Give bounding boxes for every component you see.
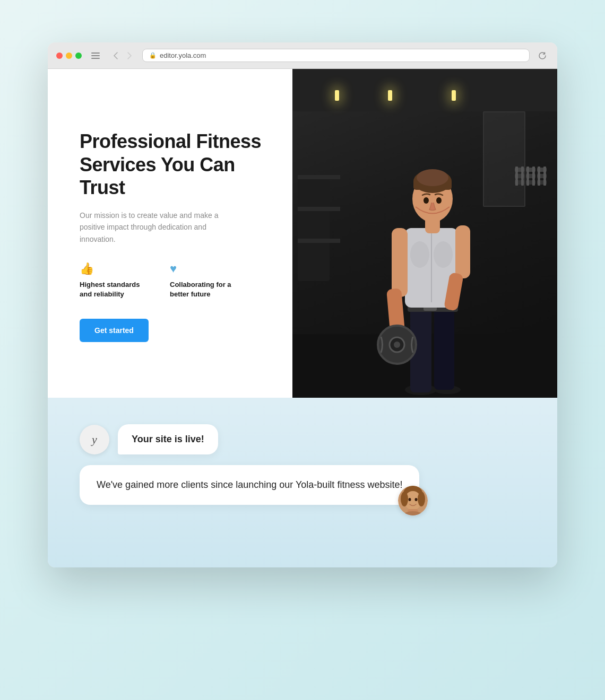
equipment-bar-2 <box>298 207 340 211</box>
equipment-bar <box>298 175 340 179</box>
svg-point-21 <box>417 169 448 186</box>
website-content: Professional Fitness Services You Can Tr… <box>48 69 557 398</box>
gym-light-3 <box>452 90 456 101</box>
url-text: editor.yola.com <box>160 51 206 59</box>
hero-right-panel <box>292 69 557 398</box>
testimonial-text: We've gained more clients since launchin… <box>97 479 402 490</box>
close-button[interactable] <box>56 52 63 59</box>
chat-section: y Your site is live! We've gained more c… <box>48 398 557 567</box>
minimize-button[interactable] <box>66 52 72 59</box>
svg-rect-15 <box>455 225 470 278</box>
athlete-figure <box>362 122 500 398</box>
dumbbell-7 <box>515 180 524 185</box>
chat-bubble-testimonial: We've gained more clients since launchin… <box>80 465 419 505</box>
svg-rect-0 <box>91 52 100 54</box>
lock-icon: 🔒 <box>149 52 157 59</box>
nav-buttons <box>109 50 136 61</box>
dumbbell-4 <box>515 174 524 178</box>
svg-point-23 <box>436 197 442 204</box>
gym-scene <box>292 69 557 398</box>
dumbbell-9 <box>537 180 547 185</box>
svg-point-12 <box>434 241 453 268</box>
dumbbell-5 <box>526 174 535 178</box>
svg-point-11 <box>410 241 429 268</box>
refresh-button[interactable] <box>536 49 549 62</box>
yola-avatar: y <box>80 425 109 454</box>
user-avatar-image <box>398 486 428 515</box>
thumbs-up-icon: 👍 <box>80 262 149 276</box>
feature-collaborating: ♥ Collaborating for a better future <box>170 262 239 299</box>
gym-ceiling <box>292 69 557 111</box>
get-started-button[interactable]: Get started <box>80 319 149 342</box>
dumbbell-6 <box>537 174 547 178</box>
svg-point-32 <box>418 492 425 506</box>
browser-window: 🔒 editor.yola.com Professional Fitness S… <box>48 42 557 567</box>
chat-row-yola: y Your site is live! <box>80 424 525 454</box>
feature-standards: 👍 Highest standards and reliability <box>80 262 149 299</box>
svg-point-31 <box>401 492 408 506</box>
svg-point-22 <box>424 197 429 204</box>
heart-icon: ♥ <box>170 262 239 276</box>
address-bar[interactable]: 🔒 editor.yola.com <box>142 49 530 62</box>
browser-chrome: 🔒 editor.yola.com <box>48 42 557 69</box>
svg-rect-1 <box>91 55 100 56</box>
features-list: 👍 Highest standards and reliability ♥ Co… <box>80 262 266 299</box>
forward-button[interactable] <box>123 50 136 61</box>
chat-bubble-live: Your site is live! <box>118 424 218 454</box>
feature-collaborating-text: Collaborating for a better future <box>170 280 239 299</box>
dumbbell-3 <box>537 168 547 172</box>
equipment-rack <box>298 175 330 281</box>
back-button[interactable] <box>109 50 122 61</box>
svg-point-34 <box>415 498 418 501</box>
svg-point-33 <box>409 498 411 501</box>
dumbbell-2 <box>526 168 535 172</box>
svg-rect-6 <box>434 308 454 390</box>
dumbbell-8 <box>526 180 535 185</box>
dumbbell-1 <box>515 168 524 172</box>
maximize-button[interactable] <box>75 52 82 59</box>
sidebar-toggle[interactable] <box>88 50 103 61</box>
svg-rect-13 <box>392 228 408 297</box>
chat-row-user: We've gained more clients since launchin… <box>80 465 525 505</box>
svg-rect-2 <box>91 58 100 59</box>
hero-description: Our mission is to create value and make … <box>80 209 228 245</box>
dumbbell-rack <box>515 168 547 185</box>
hero-title: Professional Fitness Services You Can Tr… <box>80 130 266 199</box>
hero-left-panel: Professional Fitness Services You Can Tr… <box>48 69 292 398</box>
equipment-bar-3 <box>298 239 340 243</box>
feature-standards-text: Highest standards and reliability <box>80 280 149 299</box>
traffic-lights <box>56 52 82 59</box>
svg-point-26 <box>394 342 400 348</box>
user-avatar <box>398 486 428 515</box>
gym-light-1 <box>335 90 339 101</box>
gym-light-2 <box>388 90 392 101</box>
